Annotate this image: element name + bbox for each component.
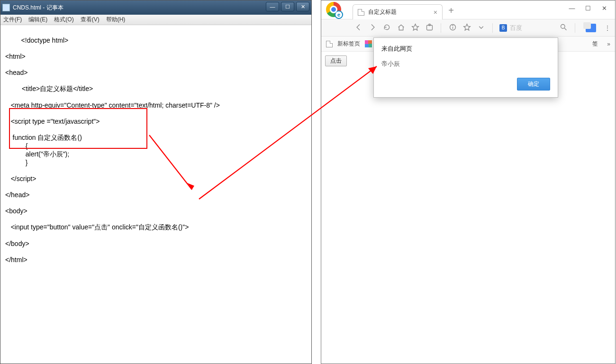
browser-maximize-button[interactable]: ☐ <box>580 2 596 14</box>
browser-page: 点击 来自此网页 帝小辰 确定 <box>321 52 615 364</box>
back-button[interactable] <box>353 23 363 33</box>
close-button[interactable]: ✕ <box>296 2 309 11</box>
toolbar-separator-3 <box>575 23 575 33</box>
menu-format[interactable]: 格式(O) <box>54 16 73 24</box>
notepad-code: <!doctype html> <html> <head> <title>自定义… <box>5 36 220 264</box>
tab-close-icon[interactable]: × <box>434 9 437 16</box>
notepad-text-area[interactable]: <!doctype html> <html> <head> <title>自定义… <box>0 25 311 364</box>
svg-marker-6 <box>463 24 470 30</box>
search-box[interactable]: B 百度 <box>499 24 554 32</box>
maximize-button[interactable]: ☐ <box>281 2 294 11</box>
menu-view[interactable]: 查看(V) <box>81 16 100 24</box>
star-outline-icon[interactable] <box>410 23 420 33</box>
notepad-menubar: 文件(F) 编辑(E) 格式(O) 查看(V) 帮助(H) <box>0 15 311 25</box>
search-icon[interactable] <box>559 23 568 33</box>
bookmark-colored-icon[interactable] <box>365 40 372 47</box>
svg-marker-0 <box>412 24 418 30</box>
browser-tab-active[interactable]: 自定义标题 × <box>353 4 443 19</box>
bookmark-cropped-text: 签 <box>592 40 598 48</box>
bookmarks-overflow-icon[interactable]: » <box>607 41 610 47</box>
toolbar-separator <box>441 23 441 33</box>
notepad-window: CNDS.html - 记事本 — ☐ ✕ 文件(F) 编辑(E) 格式(O) … <box>0 0 312 364</box>
alert-title: 来自此网页 <box>381 45 550 53</box>
browser-close-button[interactable]: ✕ <box>596 2 612 14</box>
e-browser-badge-icon: e <box>335 10 343 19</box>
page-icon <box>358 9 364 16</box>
js-alert-dialog: 来自此网页 帝小辰 确定 <box>373 37 558 98</box>
toolbar-separator-2 <box>492 23 493 33</box>
page-click-button[interactable]: 点击 <box>325 55 347 66</box>
notepad-window-buttons: — ☐ ✕ <box>264 2 309 11</box>
tab-title: 自定义标题 <box>368 8 397 16</box>
menu-file[interactable]: 文件(F) <box>3 16 22 24</box>
reload-button[interactable] <box>382 23 391 33</box>
browser-logo[interactable]: e <box>321 0 346 19</box>
alert-message: 帝小辰 <box>381 60 550 68</box>
extension-icon[interactable] <box>425 23 434 33</box>
info-icon[interactable] <box>448 23 457 33</box>
menu-edit[interactable]: 编辑(E) <box>28 16 47 24</box>
search-placeholder: 百度 <box>510 24 522 32</box>
notepad-titlebar[interactable]: CNDS.html - 记事本 — ☐ ✕ <box>0 0 311 15</box>
minimize-button[interactable]: — <box>266 2 279 11</box>
baidu-icon: B <box>499 24 507 32</box>
svg-point-7 <box>561 24 565 28</box>
alert-ok-button[interactable]: 确定 <box>517 78 550 91</box>
home-button[interactable] <box>396 23 406 33</box>
browser-toolbar: B 百度 ⋮ <box>321 19 615 36</box>
svg-point-5 <box>453 25 453 26</box>
browser-tabstrip: e 自定义标题 × + — ☐ ✕ <box>321 0 615 19</box>
notepad-app-icon <box>2 4 10 11</box>
bookmark-new-tab[interactable]: 新标签页 <box>337 40 360 48</box>
bookmark-page-icon <box>326 41 333 47</box>
notepad-title: CNDS.html - 记事本 <box>13 4 63 12</box>
browser-window: e 自定义标题 × + — ☐ ✕ <box>321 0 616 364</box>
forward-button[interactable] <box>368 23 377 33</box>
svg-line-8 <box>564 28 566 30</box>
translate-icon[interactable] <box>586 24 596 32</box>
svg-rect-2 <box>428 24 430 25</box>
favorite-star-icon[interactable] <box>462 23 471 33</box>
red-highlight-box <box>9 108 147 149</box>
browser-window-buttons: — ☐ ✕ <box>564 2 612 14</box>
chevron-down-icon[interactable] <box>476 23 486 33</box>
menu-button[interactable]: ⋮ <box>603 24 612 32</box>
new-tab-button[interactable]: + <box>444 4 458 17</box>
menu-help[interactable]: 帮助(H) <box>106 16 126 24</box>
chrome-logo-icon: e <box>326 2 341 17</box>
browser-minimize-button[interactable]: — <box>564 2 580 14</box>
